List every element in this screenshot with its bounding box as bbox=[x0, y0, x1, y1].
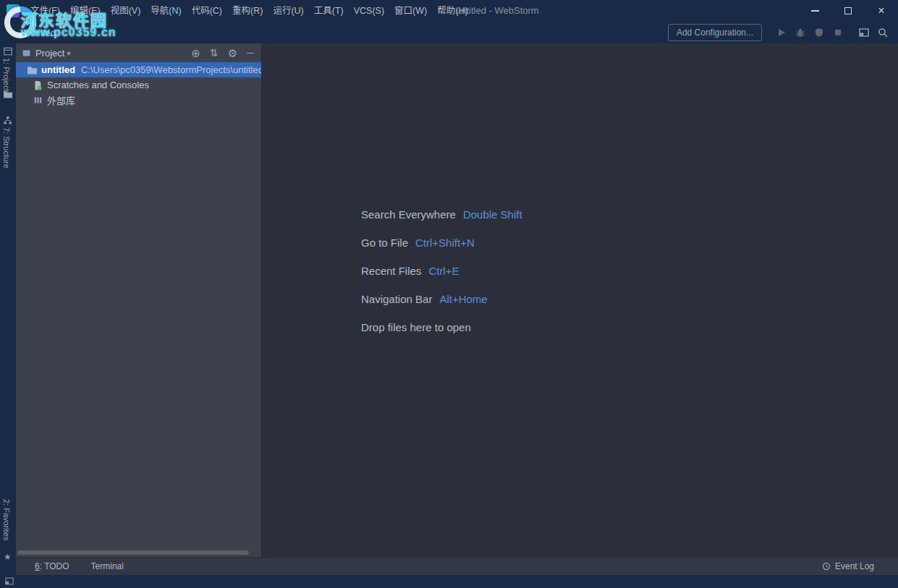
close-icon: × bbox=[878, 4, 884, 17]
project-tool-window: Project ▾ ⊕ ⇅ ⚙ ─ bbox=[16, 43, 262, 557]
add-configuration-button[interactable]: Add Configuration... bbox=[668, 24, 762, 41]
todo-tool-button[interactable]: 6: TODO bbox=[35, 561, 69, 571]
horizontal-scrollbar[interactable] bbox=[17, 550, 249, 555]
menu-navigate[interactable]: 导航(N) bbox=[145, 0, 186, 22]
hint-keys: Ctrl+E bbox=[428, 265, 459, 277]
shield-icon bbox=[813, 27, 825, 38]
project-panel-title[interactable]: Project bbox=[35, 48, 64, 59]
hint-label: Search Everywhere bbox=[361, 208, 456, 221]
project-panel-header: Project ▾ ⊕ ⇅ ⚙ ─ bbox=[16, 43, 261, 62]
window-controls: × bbox=[798, 0, 898, 22]
tree-item-path: C:\Users\pc0359\WebstormProjects\untitle… bbox=[81, 64, 261, 75]
menu-bar: 文件(F) 编辑(E) 视图(V) 导航(N) 代码(C) 重构(R) 运行(U… bbox=[25, 0, 473, 22]
run-button[interactable] bbox=[772, 24, 791, 41]
library-icon bbox=[32, 95, 43, 105]
play-icon bbox=[776, 27, 787, 38]
stop-icon bbox=[832, 27, 844, 38]
hint-search-everywhere: Search Everywhere Double Shift bbox=[361, 208, 522, 237]
folder-icon bbox=[26, 65, 38, 74]
tool-stripe-favorites[interactable]: 2: Favorites bbox=[2, 499, 11, 540]
tree-item-untitled[interactable]: untitled C:\Users\pc0359\WebstormProject… bbox=[16, 62, 261, 77]
menu-file[interactable]: 文件(F) bbox=[25, 0, 65, 22]
locate-icon[interactable]: ⊕ bbox=[191, 48, 200, 59]
menu-code[interactable]: 代码(C) bbox=[187, 0, 227, 22]
structure-stripe-icon bbox=[3, 116, 12, 127]
panel-header-actions: ⊕ ⇅ ⚙ ─ bbox=[191, 48, 254, 59]
breadcrumb[interactable]: untitled bbox=[25, 27, 56, 38]
menu-view[interactable]: 视图(V) bbox=[106, 0, 146, 22]
search-everywhere-button[interactable] bbox=[873, 24, 892, 41]
hint-label: Navigation Bar bbox=[361, 293, 432, 305]
hint-navigation-bar: Navigation Bar Alt+Home bbox=[361, 293, 522, 321]
hint-go-to-file: Go to File Ctrl+Shift+N bbox=[361, 237, 522, 265]
tree-item-external-libraries[interactable]: 外部库 bbox=[16, 93, 261, 108]
webstorm-logo-icon bbox=[7, 4, 20, 17]
content-column: Project ▾ ⊕ ⇅ ⚙ ─ bbox=[16, 43, 898, 575]
gear-icon[interactable]: ⚙ bbox=[228, 48, 237, 59]
hint-keys: Alt+Home bbox=[439, 293, 487, 305]
coverage-button[interactable] bbox=[810, 24, 829, 41]
project-stripe-icon bbox=[3, 46, 13, 59]
project-icon bbox=[22, 48, 31, 58]
tree-item-name: untitled bbox=[41, 64, 75, 75]
left-tool-stripe: 1: Project 7: Structure 2: Favorites ★ bbox=[0, 43, 16, 575]
hint-drop-files: Drop files here to open bbox=[361, 321, 522, 349]
event-log-label: Event Log bbox=[835, 561, 874, 571]
event-log-icon bbox=[821, 561, 831, 571]
bug-icon bbox=[795, 27, 806, 38]
hint-label: Go to File bbox=[361, 237, 408, 249]
event-log-button[interactable]: Event Log bbox=[821, 561, 874, 571]
shortcut-hints: Search Everywhere Double Shift Go to Fil… bbox=[361, 208, 522, 349]
main-toolbar: untitled Add Configuration... bbox=[0, 22, 898, 43]
scratches-icon bbox=[32, 80, 43, 90]
layout-icon bbox=[858, 27, 870, 38]
work-row: Project ▾ ⊕ ⇅ ⚙ ─ bbox=[16, 43, 898, 557]
editor-area: Search Everywhere Double Shift Go to Fil… bbox=[262, 43, 898, 557]
minimize-icon bbox=[811, 10, 819, 12]
hint-keys: Ctrl+Shift+N bbox=[415, 237, 475, 249]
hide-panel-icon[interactable]: ─ bbox=[247, 48, 254, 58]
terminal-tool-button[interactable]: Terminal bbox=[91, 561, 124, 571]
project-tree: untitled C:\Users\pc0359\WebstormProject… bbox=[16, 62, 261, 108]
collapse-all-icon[interactable]: ⇅ bbox=[210, 48, 219, 58]
menu-run[interactable]: 运行(U) bbox=[268, 0, 308, 22]
webstorm-window: 文件(F) 编辑(E) 视图(V) 导航(N) 代码(C) 重构(R) 运行(U… bbox=[0, 0, 898, 588]
menu-vcs[interactable]: VCS(S) bbox=[349, 0, 389, 22]
terminal-label: Terminal bbox=[91, 561, 124, 571]
star-icon[interactable]: ★ bbox=[4, 552, 12, 562]
maximize-button[interactable] bbox=[831, 0, 865, 22]
todo-label: : TODO bbox=[40, 561, 69, 571]
bottom-tool-bar: 6: TODO Terminal Event Log bbox=[16, 557, 898, 575]
search-icon bbox=[877, 27, 889, 38]
menu-tools[interactable]: 工具(T) bbox=[309, 0, 349, 22]
run-toolbar: Add Configuration... bbox=[668, 24, 892, 41]
close-button[interactable]: × bbox=[865, 0, 898, 22]
tree-item-name: Scratches and Consoles bbox=[47, 80, 149, 90]
hint-label: Drop files here to open bbox=[361, 321, 471, 333]
main-area: 1: Project 7: Structure 2: Favorites ★ P… bbox=[0, 43, 898, 575]
debug-button[interactable] bbox=[791, 24, 810, 41]
tree-item-scratches[interactable]: Scratches and Consoles bbox=[16, 77, 261, 93]
titlebar: 文件(F) 编辑(E) 视图(V) 导航(N) 代码(C) 重构(R) 运行(U… bbox=[0, 0, 898, 22]
tree-item-name: 外部库 bbox=[47, 93, 75, 107]
folder-icon[interactable] bbox=[3, 90, 13, 101]
tool-stripe-structure[interactable]: 7: Structure bbox=[2, 127, 11, 169]
menu-window[interactable]: 窗口(W) bbox=[389, 0, 432, 22]
tool-stripe-project[interactable]: 1: Project bbox=[2, 58, 11, 91]
status-bar bbox=[0, 575, 898, 588]
menu-refactor[interactable]: 重构(R) bbox=[227, 0, 268, 22]
menu-edit[interactable]: 编辑(E) bbox=[65, 0, 106, 22]
todo-mnemonic: 6 bbox=[35, 561, 40, 571]
layout-button[interactable] bbox=[855, 24, 873, 41]
minimize-button[interactable] bbox=[798, 0, 831, 22]
maximize-icon bbox=[844, 7, 852, 14]
hint-recent-files: Recent Files Ctrl+E bbox=[361, 265, 522, 293]
window-title: untitled - WebStorm bbox=[456, 0, 539, 22]
hint-keys: Double Shift bbox=[463, 208, 522, 221]
hint-label: Recent Files bbox=[361, 265, 421, 277]
toggle-toolwindows-icon[interactable] bbox=[4, 576, 14, 588]
chevron-down-icon[interactable]: ▾ bbox=[67, 49, 70, 57]
stop-button[interactable] bbox=[829, 24, 847, 41]
